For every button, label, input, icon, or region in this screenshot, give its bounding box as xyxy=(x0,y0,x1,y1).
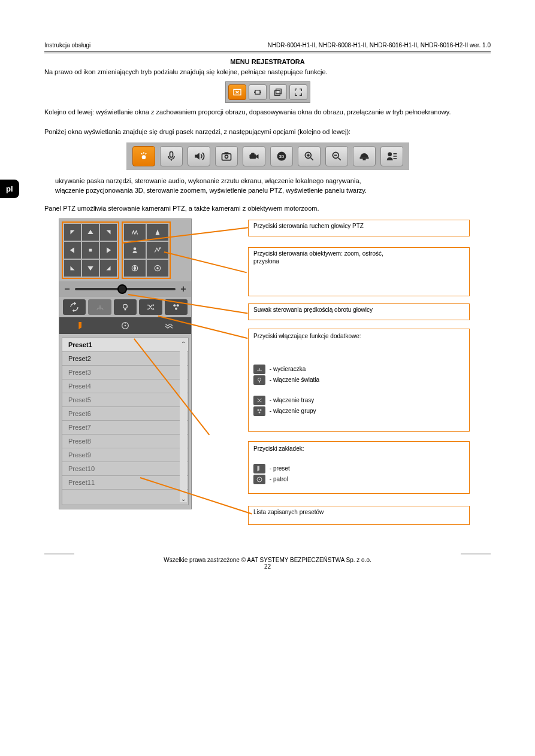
svg-point-27 xyxy=(175,308,177,310)
svg-rect-2 xyxy=(276,89,281,94)
group-icon xyxy=(253,406,265,416)
callout-text: - włączenie trasy xyxy=(270,397,314,403)
divider xyxy=(44,53,491,53)
svg-text:3D: 3D xyxy=(279,154,284,158)
paragraph: Na prawo od ikon zmieniających tryb podz… xyxy=(44,68,491,77)
callout-text: - włączenie grupy xyxy=(270,408,316,414)
flag-icon xyxy=(253,464,265,473)
ptz-right[interactable] xyxy=(100,242,117,259)
refresh-button[interactable] xyxy=(63,299,86,315)
page-number: 22 xyxy=(44,563,491,570)
hide-toolbar-button[interactable] xyxy=(132,146,155,166)
ptz-down-left[interactable] xyxy=(64,260,81,277)
svg-point-25 xyxy=(173,305,176,307)
divider xyxy=(44,51,491,51)
iris-close[interactable] xyxy=(124,260,146,277)
3d-button[interactable]: 3D xyxy=(270,146,293,166)
svg-point-35 xyxy=(259,479,260,480)
svg-point-7 xyxy=(225,155,228,158)
svg-point-33 xyxy=(259,411,261,413)
below-text: Poniżej okna wyświetlania znajduje się d… xyxy=(44,127,491,136)
preset-scrollbar[interactable]: ⌃ ⌄ xyxy=(180,341,187,502)
preset-item[interactable]: Preset8 xyxy=(62,435,188,448)
toolbar1-desc: Kolejno od lewej: wyświetlanie okna z za… xyxy=(44,108,491,117)
svg-point-20 xyxy=(159,248,161,249)
ptz-panel-button[interactable] xyxy=(353,146,376,166)
callout-text: przysłona xyxy=(253,258,466,266)
fullscreen-button[interactable] xyxy=(289,84,307,100)
callout-4: Przyciski włączające funkcje dodatkowe: … xyxy=(248,329,470,432)
footer-line xyxy=(44,554,491,554)
speed-minus[interactable]: − xyxy=(63,284,71,294)
main-toolbar-wrap: 3D xyxy=(44,142,491,170)
speed-slider[interactable] xyxy=(75,288,176,290)
preset-item[interactable]: Preset2 xyxy=(62,352,188,366)
preset-item[interactable]: Preset11 xyxy=(62,476,188,490)
patrol-tab[interactable] xyxy=(103,317,147,334)
snapshot-button[interactable] xyxy=(215,146,238,166)
preset-item[interactable]: Preset10 xyxy=(62,462,188,476)
wiper-icon xyxy=(253,365,265,374)
aspect-keep-button[interactable] xyxy=(228,84,246,100)
preset-item[interactable]: Preset9 xyxy=(62,448,188,462)
callout-6: Lista zapisanych presetów xyxy=(248,506,470,525)
preset-item[interactable]: Preset6 xyxy=(62,407,188,421)
mic-button[interactable] xyxy=(160,146,183,166)
speaker-button[interactable] xyxy=(188,146,210,166)
preset-item[interactable]: Preset3 xyxy=(62,366,188,379)
shuffle-button[interactable] xyxy=(139,299,162,315)
zoom-in-button[interactable] xyxy=(298,146,321,166)
ptz-left[interactable] xyxy=(64,242,81,259)
callout-row: - wycieraczka xyxy=(253,365,466,374)
ptz-down[interactable] xyxy=(82,260,99,277)
ptz-center[interactable] xyxy=(82,242,99,259)
slider-thumb[interactable] xyxy=(117,284,127,294)
wiper-button[interactable] xyxy=(88,299,111,315)
svg-point-17 xyxy=(388,152,392,156)
camera-icon xyxy=(220,150,232,162)
shuffle-icon xyxy=(253,396,265,405)
speaker-icon xyxy=(193,150,205,162)
svg-rect-10 xyxy=(251,153,255,154)
ptz-up-left[interactable] xyxy=(64,224,81,241)
pattern-tab[interactable] xyxy=(147,317,191,334)
scroll-down-icon[interactable]: ⌄ xyxy=(181,496,186,502)
preset-tab[interactable] xyxy=(59,317,103,334)
record-button[interactable] xyxy=(243,146,265,166)
svg-rect-16 xyxy=(362,159,365,160)
face-panel-button[interactable] xyxy=(380,146,403,166)
focus-far[interactable] xyxy=(147,242,168,259)
svg-point-30 xyxy=(258,378,261,381)
speed-plus[interactable]: + xyxy=(179,284,188,294)
ptz-down-right[interactable] xyxy=(100,260,117,277)
dome-icon xyxy=(358,150,370,162)
iris-open[interactable] xyxy=(147,260,168,277)
scroll-up-icon[interactable]: ⌃ xyxy=(181,341,186,347)
window-mode-button[interactable] xyxy=(269,84,287,100)
svg-rect-6 xyxy=(222,153,231,160)
ptz-lens-grid xyxy=(122,221,171,279)
tab-row xyxy=(59,317,191,334)
preset-list[interactable]: Preset1 Preset2 Preset3 Preset4 Preset5 … xyxy=(62,338,189,505)
svg-point-24 xyxy=(123,305,128,309)
zoom-out-button[interactable] xyxy=(325,146,348,166)
page-content: Instrukcja obsługi NHDR-6004-H1-II, NHDR… xyxy=(0,0,535,600)
desc-line: ukrywanie paska narzędzi, sterowanie aud… xyxy=(55,176,491,186)
ptz-up[interactable] xyxy=(82,224,99,241)
light-button[interactable] xyxy=(114,299,137,315)
zoom-in-icon xyxy=(303,150,315,162)
mic-icon xyxy=(165,150,177,162)
preset-item[interactable]: Preset4 xyxy=(62,379,188,393)
preset-item[interactable]: Preset5 xyxy=(62,393,188,407)
svg-rect-5 xyxy=(170,151,173,157)
header-right: NHDR-6004-H1-II, NHDR-6008-H1-II, NHDR-6… xyxy=(268,42,491,48)
ptz-intro: Panel PTZ umożliwia sterowanie kamerami … xyxy=(44,204,491,213)
header-row: Instrukcja obsługi NHDR-6004-H1-II, NHDR… xyxy=(44,42,491,48)
zoom-wide[interactable] xyxy=(124,224,146,241)
fit-window-button[interactable] xyxy=(249,84,267,100)
focus-near[interactable] xyxy=(124,242,146,259)
ptz-up-right[interactable] xyxy=(100,224,117,241)
preset-item[interactable]: Preset7 xyxy=(62,421,188,435)
preset-item[interactable]: Preset1 xyxy=(62,338,188,352)
fullscreen-icon xyxy=(294,87,303,97)
